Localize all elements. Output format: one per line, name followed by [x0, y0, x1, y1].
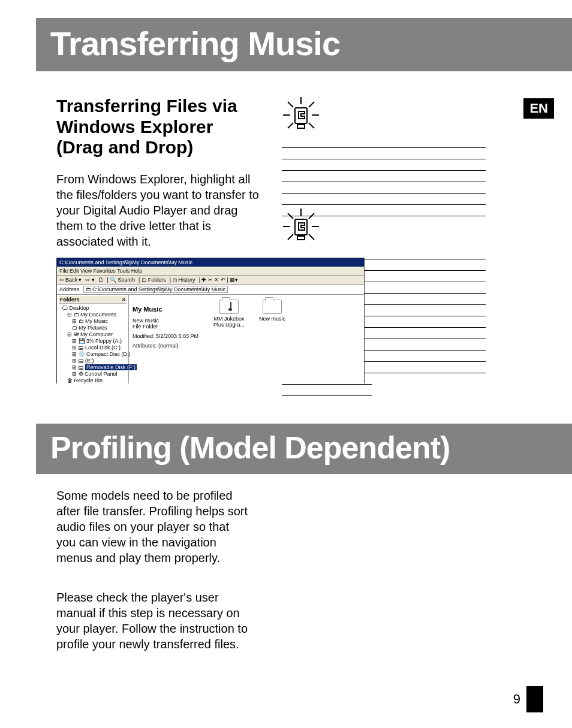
explorer-addressbar: Address 🗀 C:\Documents and Settings\lq\M… — [57, 285, 364, 295]
explorer-file-icons: MM Jukebox Plus Upgra... New music — [207, 295, 364, 383]
svg-rect-17 — [297, 236, 305, 240]
explorer-folder-tree: Folders× 🖵 Desktop ⊟ 🗀 My Documents ⊞ 🗀 … — [57, 295, 129, 383]
banner-transferring-music: Transferring Music — [36, 18, 572, 71]
tip-icon — [282, 207, 320, 246]
file-item: MM Jukebox Plus Upgra... — [212, 300, 246, 328]
page-number: 9 — [513, 686, 543, 712]
explorer-toolbar: ⇦ Back ▾ ⇨ ▾ 🗋 | 🔍 Search | 🗀 Folders | … — [57, 276, 364, 285]
paragraph-profiling-2: Please check the player's user manual if… — [56, 590, 248, 652]
svg-line-1 — [288, 102, 293, 107]
tip-lines-short — [282, 384, 486, 396]
banner-profiling: Profiling (Model Dependent) — [36, 424, 572, 474]
windows-explorer-screenshot: C:\Documents and Settings\lq\My Document… — [56, 258, 365, 383]
tip-icon — [282, 96, 320, 134]
explorer-info-column: My Music New music File Folder Modified:… — [129, 295, 207, 383]
tip-lines — [282, 147, 486, 216]
explorer-menubar: File Edit View Favorites Tools Help — [57, 267, 364, 276]
file-item: New music — [255, 300, 290, 322]
svg-line-6 — [309, 123, 314, 128]
explorer-titlebar: C:\Documents and Settings\lq\My Document… — [57, 258, 364, 267]
language-badge: EN — [523, 98, 554, 119]
svg-line-15 — [309, 234, 314, 240]
svg-line-2 — [309, 102, 314, 107]
tree-removable-disk: ⊞ 🖴 Removable Disk (F:) — [62, 364, 127, 370]
svg-line-11 — [309, 213, 314, 219]
svg-line-10 — [288, 213, 293, 219]
paragraph-intro: From Windows Explorer, highlight all the… — [56, 171, 263, 249]
svg-line-14 — [288, 234, 293, 240]
tree-desktop: 🖵 Desktop — [62, 305, 127, 311]
svg-rect-8 — [297, 125, 305, 128]
document-page: Transferring Music EN Transferring Files… — [0, 0, 572, 728]
toolbar-back: ⇦ Back ▾ — [59, 277, 82, 283]
section-heading: Transferring Files via Windows Explorer … — [56, 96, 254, 158]
svg-line-5 — [288, 123, 293, 128]
paragraph-profiling-1: Some models need to be profiled after fi… — [56, 488, 248, 566]
